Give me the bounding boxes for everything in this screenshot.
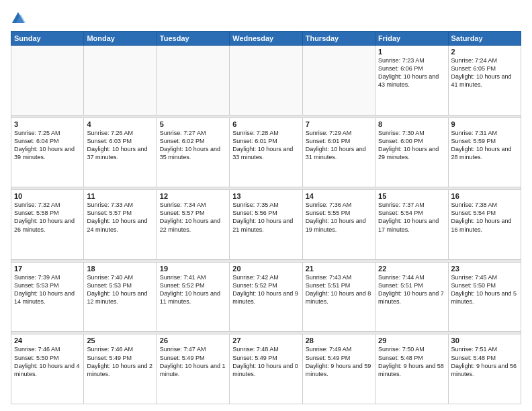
calendar-cell: 5Sunrise: 7:27 AM Sunset: 6:02 PM Daylig… <box>157 118 229 187</box>
calendar-week-4: 17Sunrise: 7:39 AM Sunset: 5:53 PM Dayli… <box>11 262 521 332</box>
day-info: Sunrise: 7:37 AM Sunset: 5:54 PM Dayligh… <box>378 201 445 234</box>
day-info: Sunrise: 7:31 AM Sunset: 5:59 PM Dayligh… <box>451 129 518 162</box>
day-number: 11 <box>87 192 153 200</box>
day-info: Sunrise: 7:45 AM Sunset: 5:50 PM Dayligh… <box>451 273 518 306</box>
calendar-cell <box>302 46 375 116</box>
day-number: 14 <box>306 192 372 200</box>
calendar-cell <box>84 46 157 116</box>
calendar-cell: 4Sunrise: 7:26 AM Sunset: 6:03 PM Daylig… <box>84 118 157 187</box>
calendar-cell: 20Sunrise: 7:42 AM Sunset: 5:52 PM Dayli… <box>230 262 302 332</box>
calendar-cell: 21Sunrise: 7:43 AM Sunset: 5:51 PM Dayli… <box>302 262 375 332</box>
day-info: Sunrise: 7:23 AM Sunset: 6:06 PM Dayligh… <box>378 56 445 89</box>
day-number: 24 <box>14 336 81 345</box>
day-number: 2 <box>451 48 518 56</box>
calendar-cell: 16Sunrise: 7:38 AM Sunset: 5:54 PM Dayli… <box>448 190 521 260</box>
day-number: 23 <box>451 265 518 273</box>
day-number: 29 <box>378 336 445 345</box>
day-number: 7 <box>306 120 372 128</box>
day-number: 13 <box>232 192 299 200</box>
weekday-header-wednesday: Wednesday <box>230 32 302 46</box>
header <box>11 11 521 26</box>
calendar-cell: 14Sunrise: 7:36 AM Sunset: 5:55 PM Dayli… <box>302 190 375 260</box>
day-info: Sunrise: 7:51 AM Sunset: 5:48 PM Dayligh… <box>451 345 518 378</box>
day-number: 5 <box>160 120 226 128</box>
day-info: Sunrise: 7:42 AM Sunset: 5:52 PM Dayligh… <box>232 273 299 306</box>
day-info: Sunrise: 7:39 AM Sunset: 5:53 PM Dayligh… <box>14 273 81 306</box>
calendar-cell: 1Sunrise: 7:23 AM Sunset: 6:06 PM Daylig… <box>375 46 448 116</box>
day-number: 30 <box>451 336 518 345</box>
day-number: 18 <box>87 265 153 273</box>
calendar-cell: 17Sunrise: 7:39 AM Sunset: 5:53 PM Dayli… <box>11 262 84 332</box>
weekday-header-sunday: Sunday <box>11 32 84 46</box>
logo <box>11 11 28 26</box>
calendar-cell: 10Sunrise: 7:32 AM Sunset: 5:58 PM Dayli… <box>11 190 84 260</box>
weekday-header-friday: Friday <box>375 32 448 46</box>
calendar-cell: 12Sunrise: 7:34 AM Sunset: 5:57 PM Dayli… <box>157 190 229 260</box>
day-number: 16 <box>451 192 518 200</box>
calendar-week-5: 24Sunrise: 7:46 AM Sunset: 5:50 PM Dayli… <box>11 334 521 404</box>
calendar-cell <box>11 46 84 116</box>
day-info: Sunrise: 7:26 AM Sunset: 6:03 PM Dayligh… <box>87 129 153 162</box>
day-info: Sunrise: 7:32 AM Sunset: 5:58 PM Dayligh… <box>14 201 81 234</box>
calendar-cell: 22Sunrise: 7:44 AM Sunset: 5:51 PM Dayli… <box>375 262 448 332</box>
calendar-cell: 26Sunrise: 7:47 AM Sunset: 5:49 PM Dayli… <box>157 334 229 404</box>
calendar-cell: 27Sunrise: 7:48 AM Sunset: 5:49 PM Dayli… <box>230 334 302 404</box>
day-info: Sunrise: 7:41 AM Sunset: 5:52 PM Dayligh… <box>160 273 226 306</box>
day-info: Sunrise: 7:49 AM Sunset: 5:49 PM Dayligh… <box>306 345 372 378</box>
calendar-cell <box>157 46 229 116</box>
day-info: Sunrise: 7:40 AM Sunset: 5:53 PM Dayligh… <box>87 273 153 306</box>
day-number: 12 <box>160 192 226 200</box>
calendar-cell: 9Sunrise: 7:31 AM Sunset: 5:59 PM Daylig… <box>448 118 521 187</box>
calendar-cell: 19Sunrise: 7:41 AM Sunset: 5:52 PM Dayli… <box>157 262 229 332</box>
calendar-cell: 24Sunrise: 7:46 AM Sunset: 5:50 PM Dayli… <box>11 334 84 404</box>
calendar-cell: 29Sunrise: 7:50 AM Sunset: 5:48 PM Dayli… <box>375 334 448 404</box>
calendar-week-1: 1Sunrise: 7:23 AM Sunset: 6:06 PM Daylig… <box>11 46 521 116</box>
weekday-header-row: SundayMondayTuesdayWednesdayThursdayFrid… <box>11 32 521 46</box>
day-number: 3 <box>14 120 81 128</box>
day-info: Sunrise: 7:36 AM Sunset: 5:55 PM Dayligh… <box>306 201 372 234</box>
day-number: 26 <box>160 336 226 345</box>
logo-icon <box>11 11 26 26</box>
day-number: 6 <box>232 120 299 128</box>
weekday-header-monday: Monday <box>84 32 157 46</box>
day-info: Sunrise: 7:43 AM Sunset: 5:51 PM Dayligh… <box>306 273 372 306</box>
calendar-week-2: 3Sunrise: 7:25 AM Sunset: 6:04 PM Daylig… <box>11 118 521 187</box>
day-number: 4 <box>87 120 153 128</box>
day-number: 28 <box>306 336 372 345</box>
weekday-header-tuesday: Tuesday <box>157 32 229 46</box>
calendar-cell: 7Sunrise: 7:29 AM Sunset: 6:01 PM Daylig… <box>302 118 375 187</box>
weekday-header-saturday: Saturday <box>448 32 521 46</box>
calendar-week-3: 10Sunrise: 7:32 AM Sunset: 5:58 PM Dayli… <box>11 190 521 260</box>
day-number: 1 <box>378 48 445 56</box>
day-info: Sunrise: 7:48 AM Sunset: 5:49 PM Dayligh… <box>232 345 299 378</box>
day-info: Sunrise: 7:38 AM Sunset: 5:54 PM Dayligh… <box>451 201 518 234</box>
calendar-cell: 13Sunrise: 7:35 AM Sunset: 5:56 PM Dayli… <box>230 190 302 260</box>
calendar-cell: 18Sunrise: 7:40 AM Sunset: 5:53 PM Dayli… <box>84 262 157 332</box>
calendar-cell: 6Sunrise: 7:28 AM Sunset: 6:01 PM Daylig… <box>230 118 302 187</box>
day-number: 27 <box>232 336 299 345</box>
calendar-cell: 8Sunrise: 7:30 AM Sunset: 6:00 PM Daylig… <box>375 118 448 187</box>
day-number: 21 <box>306 265 372 273</box>
day-number: 15 <box>378 192 445 200</box>
day-info: Sunrise: 7:30 AM Sunset: 6:00 PM Dayligh… <box>378 129 445 162</box>
day-info: Sunrise: 7:50 AM Sunset: 5:48 PM Dayligh… <box>378 345 445 378</box>
weekday-header-thursday: Thursday <box>302 32 375 46</box>
day-info: Sunrise: 7:34 AM Sunset: 5:57 PM Dayligh… <box>160 201 226 234</box>
day-number: 22 <box>378 265 445 273</box>
day-info: Sunrise: 7:33 AM Sunset: 5:57 PM Dayligh… <box>87 201 153 234</box>
day-number: 9 <box>451 120 518 128</box>
day-number: 17 <box>14 265 81 273</box>
day-number: 25 <box>87 336 153 345</box>
calendar-cell: 11Sunrise: 7:33 AM Sunset: 5:57 PM Dayli… <box>84 190 157 260</box>
calendar-cell: 15Sunrise: 7:37 AM Sunset: 5:54 PM Dayli… <box>375 190 448 260</box>
calendar-cell <box>230 46 302 116</box>
calendar-cell: 28Sunrise: 7:49 AM Sunset: 5:49 PM Dayli… <box>302 334 375 404</box>
day-info: Sunrise: 7:44 AM Sunset: 5:51 PM Dayligh… <box>378 273 445 306</box>
page: SundayMondayTuesdayWednesdayThursdayFrid… <box>0 0 532 411</box>
calendar-cell: 25Sunrise: 7:46 AM Sunset: 5:49 PM Dayli… <box>84 334 157 404</box>
calendar-cell: 30Sunrise: 7:51 AM Sunset: 5:48 PM Dayli… <box>448 334 521 404</box>
calendar-cell: 3Sunrise: 7:25 AM Sunset: 6:04 PM Daylig… <box>11 118 84 187</box>
day-number: 8 <box>378 120 445 128</box>
day-info: Sunrise: 7:28 AM Sunset: 6:01 PM Dayligh… <box>232 129 299 162</box>
day-info: Sunrise: 7:46 AM Sunset: 5:50 PM Dayligh… <box>14 345 81 378</box>
